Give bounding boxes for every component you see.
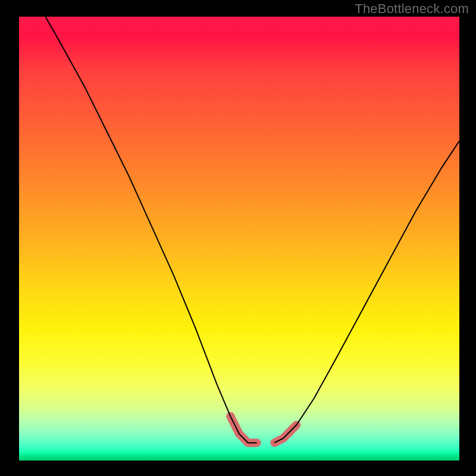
left-curve <box>45 17 256 443</box>
right-curve <box>274 141 459 443</box>
chart-svg <box>19 17 459 461</box>
chart-frame: TheBottleneck.com <box>0 0 476 476</box>
watermark-text: TheBottleneck.com <box>355 1 469 17</box>
plot-area <box>19 17 459 461</box>
